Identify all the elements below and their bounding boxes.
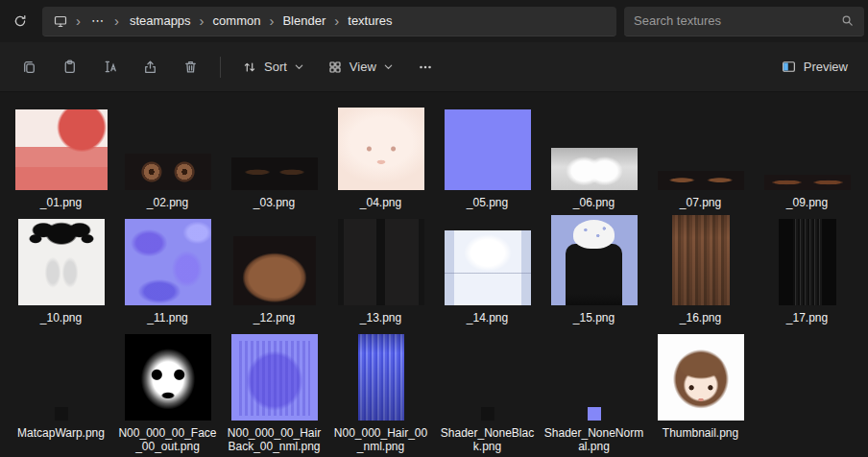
thumbnail-image bbox=[481, 407, 494, 421]
file-thumbnail bbox=[116, 330, 219, 421]
file-item[interactable]: _14.png bbox=[434, 213, 541, 328]
more-options-button[interactable] bbox=[406, 50, 445, 84]
file-item[interactable]: N00_000_Hair_00_nml.png bbox=[327, 328, 434, 457]
file-name: _12.png bbox=[253, 311, 295, 325]
breadcrumb: steamapps›common›Blender›textures bbox=[122, 8, 400, 34]
thumbnail-image bbox=[18, 219, 105, 305]
file-name: _10.png bbox=[40, 311, 82, 325]
breadcrumb-item-blender[interactable]: Blender bbox=[275, 8, 333, 34]
thumbnail-image bbox=[358, 334, 404, 421]
sort-button-label: Sort bbox=[264, 60, 287, 74]
file-name: MatcapWarp.png bbox=[17, 426, 105, 440]
file-item[interactable]: Thumbnail.png bbox=[647, 328, 754, 444]
thumbnail-image bbox=[233, 236, 316, 305]
copy-icon bbox=[21, 59, 37, 75]
file-name: _06.png bbox=[573, 196, 615, 209]
file-item[interactable]: _17.png bbox=[754, 213, 860, 328]
file-item[interactable]: _09.png bbox=[754, 98, 860, 213]
file-name: _05.png bbox=[467, 196, 508, 209]
chevron-down-icon bbox=[294, 61, 304, 72]
file-explorer-window: › ⋯ › steamapps›common›Blender›textures bbox=[0, 0, 868, 457]
file-name: _02.png bbox=[147, 196, 188, 209]
chevron-right-icon: › bbox=[75, 8, 82, 34]
file-item[interactable]: _06.png bbox=[541, 98, 647, 213]
file-name: _04.png bbox=[360, 196, 401, 209]
file-thumbnail bbox=[116, 100, 219, 190]
file-name: Thumbnail.png bbox=[663, 426, 738, 440]
file-grid: _01.png_02.png_03.png_04.png_05.png_06.p… bbox=[8, 98, 860, 457]
file-item[interactable]: N00_000_00_HairBack_00_nml.png bbox=[221, 328, 327, 457]
file-name: _13.png bbox=[360, 311, 401, 325]
file-thumbnail bbox=[649, 215, 752, 305]
thumbnail-image bbox=[125, 334, 211, 421]
thumbnail-image bbox=[445, 230, 531, 305]
file-name: N00_000_00_Face_00_out.png bbox=[118, 426, 218, 453]
breadcrumb-item-steamapps[interactable]: steamapps bbox=[122, 8, 199, 34]
delete-icon bbox=[182, 59, 199, 75]
preview-icon bbox=[781, 59, 797, 75]
address-bar[interactable]: › ⋯ › steamapps›common›Blender›textures bbox=[42, 7, 616, 36]
thumbnail-image bbox=[764, 175, 851, 190]
monitor-icon bbox=[53, 13, 68, 29]
file-item[interactable]: _15.png bbox=[541, 213, 647, 328]
thumbnail-image bbox=[445, 109, 531, 190]
preview-toggle-button[interactable]: Preview bbox=[770, 50, 858, 84]
paste-icon bbox=[61, 59, 78, 75]
file-thumbnail bbox=[329, 330, 432, 421]
thumbnail-image bbox=[231, 157, 318, 190]
file-item[interactable]: _03.png bbox=[221, 98, 327, 213]
view-button[interactable]: View bbox=[317, 50, 404, 84]
file-item[interactable]: _01.png bbox=[8, 98, 114, 213]
file-thumbnail bbox=[542, 330, 645, 421]
file-item[interactable]: MatcapWarp.png bbox=[8, 328, 114, 444]
breadcrumb-item-textures[interactable]: textures bbox=[340, 8, 399, 34]
breadcrumb-overflow-button[interactable]: ⋯ bbox=[84, 8, 111, 34]
share-button[interactable] bbox=[131, 50, 169, 84]
file-item[interactable]: _02.png bbox=[114, 98, 221, 213]
file-thumbnail bbox=[756, 215, 858, 305]
breadcrumb-item-common[interactable]: common bbox=[205, 8, 269, 34]
chevron-down-icon bbox=[383, 61, 394, 72]
refresh-button[interactable] bbox=[6, 7, 35, 36]
file-thumbnail bbox=[756, 100, 858, 190]
this-pc-crumb[interactable] bbox=[48, 13, 73, 29]
file-name: _01.png bbox=[40, 196, 82, 209]
file-item[interactable]: Shader_NoneNormal.png bbox=[541, 328, 647, 457]
file-thumbnail bbox=[10, 100, 112, 190]
more-icon bbox=[418, 60, 433, 75]
file-item[interactable]: _05.png bbox=[434, 98, 541, 213]
search-input[interactable] bbox=[634, 13, 834, 28]
file-item[interactable]: _13.png bbox=[327, 213, 434, 328]
file-item[interactable]: _10.png bbox=[8, 213, 114, 328]
file-thumbnail bbox=[223, 215, 326, 305]
rename-button[interactable] bbox=[90, 50, 129, 84]
search-box[interactable] bbox=[624, 7, 864, 36]
file-item[interactable]: N00_000_00_Face_00_out.png bbox=[114, 328, 221, 457]
thumbnail-image bbox=[55, 407, 68, 421]
delete-button[interactable] bbox=[171, 50, 209, 84]
file-name: _03.png bbox=[253, 196, 295, 209]
file-item[interactable]: _16.png bbox=[647, 213, 754, 328]
paste-button[interactable] bbox=[50, 50, 88, 84]
thumbnail-image bbox=[658, 171, 744, 190]
chevron-right-icon: › bbox=[268, 8, 275, 34]
sort-button[interactable]: Sort bbox=[231, 50, 315, 84]
chevron-right-icon: › bbox=[199, 8, 205, 34]
file-name: _17.png bbox=[786, 311, 828, 325]
file-item[interactable]: Shader_NoneBlack.png bbox=[434, 328, 541, 457]
file-thumbnail bbox=[223, 100, 326, 190]
file-item[interactable]: _11.png bbox=[114, 213, 221, 328]
file-thumbnail bbox=[116, 215, 219, 305]
file-thumbnail bbox=[436, 215, 539, 305]
file-item[interactable]: _04.png bbox=[327, 98, 434, 213]
thumbnail-image bbox=[779, 219, 836, 305]
thumbnail-image bbox=[658, 334, 744, 421]
thumbnail-image bbox=[551, 215, 638, 305]
file-thumbnail bbox=[329, 215, 432, 305]
copy-button[interactable] bbox=[10, 50, 48, 84]
search-icon bbox=[840, 13, 855, 28]
file-thumbnail bbox=[436, 330, 539, 421]
file-item[interactable]: _07.png bbox=[647, 98, 754, 213]
file-thumbnail bbox=[542, 215, 645, 305]
file-item[interactable]: _12.png bbox=[221, 213, 327, 328]
